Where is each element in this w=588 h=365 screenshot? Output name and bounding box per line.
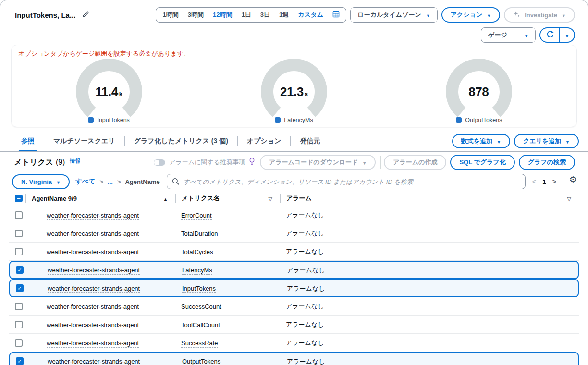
- row-agent-name[interactable]: weather-forecaster-strands-agent: [47, 248, 139, 256]
- timezone-select[interactable]: ローカルタイムゾーン: [350, 7, 437, 23]
- breadcrumb-all-link[interactable]: すべて: [75, 177, 95, 186]
- gauge-value: 11.4k: [66, 85, 152, 99]
- sort-ascending-icon[interactable]: [163, 195, 168, 202]
- search-graph-button[interactable]: グラフの検索: [519, 155, 575, 170]
- row-checkbox[interactable]: [15, 303, 23, 310]
- row-agent-name[interactable]: weather-forecaster-strands-agent: [47, 321, 139, 329]
- region-select-value: N. Virginia: [21, 178, 52, 185]
- row-metric-name[interactable]: ErrorCount: [181, 212, 212, 220]
- edit-title-button[interactable]: [80, 11, 91, 20]
- actions-button[interactable]: アクション: [441, 7, 500, 23]
- tab-browse[interactable]: 参照: [12, 131, 44, 151]
- graph-with-sql-label: SQL でグラフ化: [459, 158, 505, 167]
- time-range-segmented-control: 1時間 3時間 12時間 1日 3日 1週 カスタム: [156, 7, 346, 23]
- table-row[interactable]: weather-forecaster-strands-agent Success…: [9, 297, 579, 316]
- row-agent-name[interactable]: weather-forecaster-strands-agent: [48, 285, 140, 293]
- row-checkbox[interactable]: [16, 266, 24, 274]
- row-checkbox[interactable]: [15, 211, 23, 219]
- legend-label: InputTokens: [97, 117, 129, 123]
- row-metric-name[interactable]: TotalCycles: [181, 248, 213, 256]
- row-metric-name[interactable]: InputTokens: [182, 285, 216, 293]
- gauge-legend[interactable]: LatencyMs: [251, 117, 337, 123]
- add-math-button[interactable]: 数式を追加: [452, 134, 510, 148]
- table-row-selected[interactable]: weather-forecaster-strands-agent InputTo…: [9, 279, 579, 297]
- table-row[interactable]: weather-forecaster-strands-agent ErrorCo…: [9, 206, 579, 224]
- refresh-options-button[interactable]: [560, 28, 574, 42]
- refresh-button[interactable]: [540, 28, 559, 42]
- metrics-search: [167, 174, 526, 189]
- gear-icon[interactable]: ⚙: [569, 175, 577, 184]
- select-all-checkbox[interactable]: [15, 195, 23, 202]
- row-agent-name[interactable]: weather-forecaster-strands-agent: [47, 303, 139, 311]
- search-input[interactable]: [167, 174, 526, 189]
- tab-options[interactable]: オプション: [238, 131, 291, 151]
- column-header-alarm[interactable]: アラーム: [280, 194, 579, 203]
- graph-with-sql-button[interactable]: SQL でグラフ化: [450, 155, 514, 170]
- download-alarm-code-button[interactable]: アラームコードのダウンロード: [260, 155, 376, 170]
- page-number[interactable]: 1: [542, 178, 546, 185]
- gauge-latency-ms: 21.3s LatencyMs: [251, 58, 337, 123]
- gauge-legend[interactable]: InputTokens: [66, 117, 152, 123]
- gauge-legend[interactable]: OutputTokens: [436, 117, 522, 123]
- time-range-3d[interactable]: 3日: [260, 11, 270, 19]
- sort-icon[interactable]: [567, 195, 571, 202]
- table-row-selected[interactable]: weather-forecaster-strands-agent Latency…: [9, 261, 579, 279]
- column-header-metric-name[interactable]: メトリクス名: [175, 194, 280, 203]
- row-agent-name[interactable]: weather-forecaster-strands-agent: [47, 230, 139, 238]
- investigate-button[interactable]: Investigate: [504, 7, 575, 23]
- refresh-split-button: [539, 27, 575, 43]
- breadcrumb-ellipsis-link[interactable]: ...: [108, 178, 113, 185]
- time-range-1h[interactable]: 1時間: [162, 11, 178, 19]
- row-checkbox[interactable]: [15, 339, 23, 347]
- chevron-down-icon: [565, 31, 569, 39]
- row-agent-name[interactable]: weather-forecaster-strands-agent: [48, 267, 140, 275]
- row-checkbox[interactable]: [15, 321, 23, 328]
- tab-multi-source-query[interactable]: マルチソースクエリ: [44, 131, 124, 151]
- gauge-output-tokens: 878 OutputTokens: [436, 58, 522, 123]
- chevron-down-icon: [56, 178, 61, 185]
- info-link[interactable]: 情報: [70, 158, 80, 165]
- tab-source[interactable]: 発信元: [291, 131, 329, 151]
- row-metric-name[interactable]: LatencyMs: [182, 267, 212, 275]
- row-agent-name[interactable]: weather-forecaster-strands-agent: [48, 358, 140, 365]
- refresh-icon: [546, 30, 554, 40]
- row-checkbox[interactable]: [15, 248, 23, 256]
- row-checkbox[interactable]: [16, 284, 24, 292]
- row-alarm-status: アラームなし: [286, 339, 324, 346]
- alarm-recommendations-label: アラームに関する推奨事項: [169, 158, 245, 167]
- create-alarm-button[interactable]: アラームの作成: [384, 155, 446, 170]
- table-row[interactable]: weather-forecaster-strands-agent TotalDu…: [9, 224, 579, 243]
- row-metric-name[interactable]: SuccessRate: [181, 340, 218, 348]
- add-query-button[interactable]: クエリを追加: [514, 134, 579, 148]
- sort-icon[interactable]: [269, 195, 272, 202]
- time-range-1w[interactable]: 1週: [279, 11, 289, 19]
- row-checkbox[interactable]: [16, 357, 24, 365]
- row-metric-name[interactable]: ToolCallCount: [181, 321, 220, 329]
- table-row[interactable]: weather-forecaster-strands-agent Success…: [9, 334, 579, 352]
- table-row-selected[interactable]: weather-forecaster-strands-agent OutputT…: [9, 352, 579, 365]
- time-range-custom[interactable]: カスタム: [298, 11, 323, 19]
- gauge-value: 878: [436, 85, 522, 99]
- lightbulb-icon: [249, 158, 255, 167]
- time-range-12h[interactable]: 12時間: [213, 11, 232, 19]
- table-row[interactable]: weather-forecaster-strands-agent ToolCal…: [9, 316, 579, 334]
- row-agent-name[interactable]: weather-forecaster-strands-agent: [47, 340, 139, 348]
- tab-graphed-metrics[interactable]: グラフ化したメトリクス (3 個): [125, 131, 237, 151]
- previous-page-button[interactable]: <: [532, 178, 536, 185]
- time-range-1d[interactable]: 1日: [241, 11, 251, 19]
- calendar-icon[interactable]: [332, 11, 340, 19]
- row-agent-name[interactable]: weather-forecaster-strands-agent: [47, 212, 139, 220]
- column-header-agent-name[interactable]: AgentName 9/9: [25, 194, 175, 203]
- region-select[interactable]: N. Virginia: [12, 174, 70, 189]
- add-query-label: クエリを追加: [523, 137, 561, 146]
- next-page-button[interactable]: >: [552, 178, 556, 185]
- row-checkbox[interactable]: [15, 230, 23, 237]
- table-row[interactable]: weather-forecaster-strands-agent TotalCy…: [9, 243, 579, 261]
- row-metric-name[interactable]: OutputTokens: [182, 358, 220, 365]
- widget-type-select[interactable]: ゲージ: [481, 27, 536, 43]
- time-range-3h[interactable]: 3時間: [188, 11, 204, 19]
- row-metric-name[interactable]: TotalDuration: [181, 230, 218, 238]
- row-alarm-status: アラームなし: [287, 358, 325, 365]
- row-metric-name[interactable]: SuccessCount: [181, 303, 221, 311]
- alarm-recommendations-toggle[interactable]: [154, 159, 165, 166]
